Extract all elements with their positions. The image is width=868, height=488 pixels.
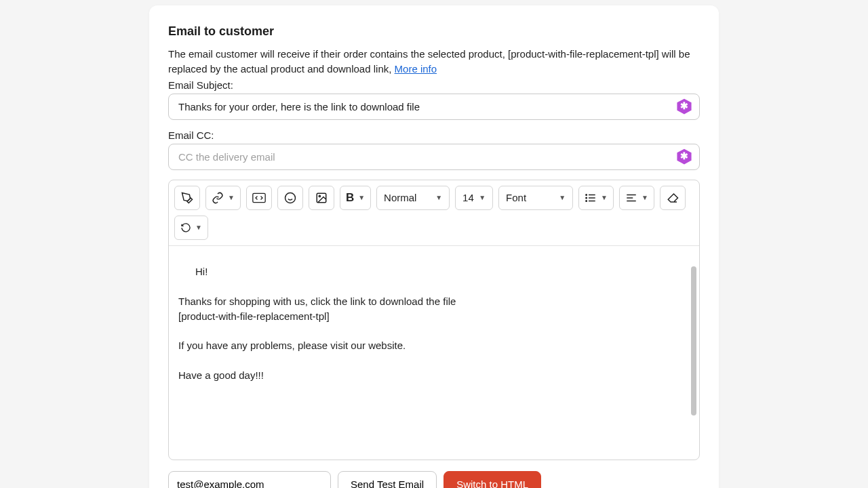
svg-point-14 — [586, 197, 587, 199]
section-title: Email to customer — [168, 24, 700, 39]
font-family-value: Font — [506, 192, 526, 203]
svg-rect-4 — [253, 193, 265, 202]
cc-input[interactable] — [168, 144, 700, 170]
svg-point-5 — [285, 192, 295, 203]
test-row: Send Test Email Switch to HTML — [168, 471, 700, 488]
svg-text:✱: ✱ — [680, 150, 688, 161]
undo-button[interactable]: ▼ — [174, 216, 208, 240]
svg-point-15 — [586, 200, 587, 201]
svg-point-9 — [319, 195, 320, 197]
svg-text:✱: ✱ — [680, 100, 688, 111]
more-info-link[interactable]: More info — [395, 63, 437, 75]
subject-field-wrap: ✱ — [168, 94, 700, 120]
highlighter-icon[interactable] — [174, 186, 200, 210]
align-button[interactable]: ▼ — [619, 186, 654, 210]
ai-suggest-icon[interactable]: ✱ — [675, 148, 693, 165]
switch-html-button[interactable]: Switch to HTML — [443, 471, 541, 488]
test-email-input[interactable] — [168, 471, 331, 488]
link-button[interactable]: ▼ — [205, 186, 241, 210]
chevron-down-icon: ▼ — [195, 224, 202, 231]
cc-label: Email CC: — [168, 129, 700, 141]
font-size-select[interactable]: 14 ▼ — [455, 186, 493, 210]
font-size-value: 14 — [462, 192, 474, 203]
ai-suggest-icon[interactable]: ✱ — [675, 98, 693, 115]
code-block-icon[interactable] — [246, 186, 272, 210]
font-family-select[interactable]: Font ▼ — [498, 186, 573, 210]
chevron-down-icon: ▼ — [435, 194, 442, 201]
editor-toolbar: ▼ B ▼ Normal ▼ 14 ▼ — [169, 180, 699, 246]
subject-input[interactable] — [168, 94, 700, 120]
chevron-down-icon: ▼ — [601, 194, 608, 201]
chevron-down-icon: ▼ — [228, 194, 235, 201]
editor-body[interactable]: Hi! Thanks for shopping with us, click t… — [169, 246, 699, 460]
send-test-button[interactable]: Send Test Email — [338, 471, 437, 488]
bold-button[interactable]: B ▼ — [340, 186, 371, 210]
image-icon[interactable] — [309, 186, 334, 210]
paragraph-style-value: Normal — [384, 192, 416, 203]
svg-point-13 — [586, 194, 587, 195]
subject-label: Email Subject: — [168, 79, 700, 91]
eraser-icon[interactable] — [660, 186, 686, 210]
cc-field-wrap: ✱ — [168, 144, 700, 170]
rich-editor: ▼ B ▼ Normal ▼ 14 ▼ — [168, 180, 700, 460]
scrollbar-thumb[interactable] — [691, 266, 696, 415]
emoji-icon[interactable] — [277, 186, 303, 210]
editor-text: Hi! Thanks for shopping with us, click t… — [178, 266, 456, 380]
chevron-down-icon: ▼ — [559, 194, 566, 201]
section-description: The email customer will receive if their… — [168, 47, 700, 77]
list-button[interactable]: ▼ — [578, 186, 614, 210]
chevron-down-icon: ▼ — [642, 194, 648, 201]
chevron-down-icon: ▼ — [358, 194, 365, 201]
chevron-down-icon: ▼ — [479, 194, 486, 201]
email-customer-card: Email to customer The email customer wil… — [149, 5, 719, 488]
paragraph-style-select[interactable]: Normal ▼ — [376, 186, 450, 210]
bold-icon: B — [346, 191, 354, 205]
